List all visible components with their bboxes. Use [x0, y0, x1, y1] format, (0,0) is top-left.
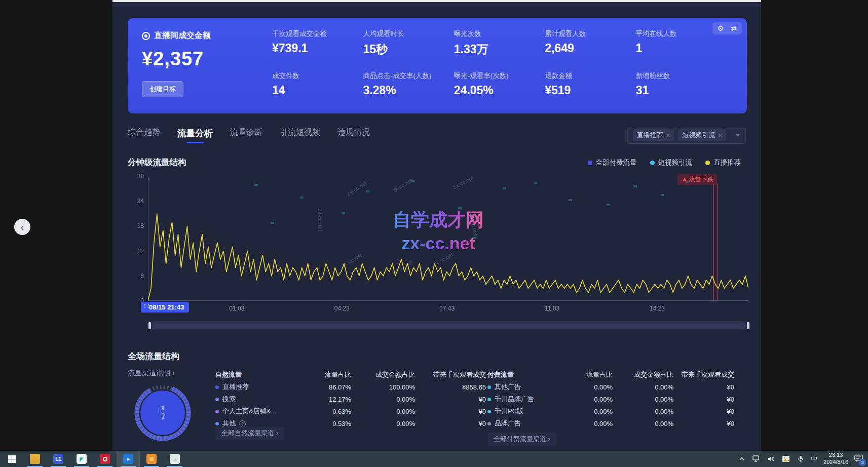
clock[interactable]: 23:13 2024/8/16	[823, 452, 848, 466]
metric-value: 15秒	[363, 42, 454, 57]
swap-icon[interactable]: ⇄	[731, 24, 737, 32]
cell: ¥858.65	[415, 383, 486, 391]
x-tick-07:43: 07:43	[439, 305, 455, 312]
close-icon[interactable]: ×	[666, 132, 670, 139]
tab-综合趋势[interactable]: 综合趋势	[128, 127, 160, 143]
metric-8: 退款金额 ¥519	[545, 71, 635, 97]
primary-metric-title: 直播间成交金额	[142, 30, 269, 41]
metric-label: 曝光-观看率(次数)	[454, 71, 545, 81]
gear-icon[interactable]: ⚙	[718, 24, 724, 32]
legend-直播推荐[interactable]: 直播推荐	[705, 158, 741, 167]
tray-chevron-up-icon[interactable]	[737, 455, 746, 463]
x-tick-11:03: 11:03	[545, 305, 559, 312]
channel-dot	[487, 398, 491, 401]
chart-legend: 全部付费流量短视频引流直播推荐	[588, 158, 741, 167]
notification-center[interactable]: 3	[854, 454, 863, 464]
orange-app-icon	[146, 454, 157, 464]
metric-label: 成交件数	[272, 71, 363, 81]
y-tick-6: 6	[140, 273, 144, 280]
metric-value: 24.05%	[454, 84, 545, 97]
x-tick-01:03: 01:03	[229, 305, 244, 312]
desktop: 直播间成交金额 ¥2,357 创建目标 千次观看成交金额 ¥739.1人均观看时…	[0, 0, 868, 467]
volume-icon[interactable]	[767, 455, 775, 463]
cell: 100.00%	[351, 383, 415, 391]
create-goal-button[interactable]: 创建目标	[142, 81, 183, 97]
filter-chip-直播推荐[interactable]: 直播推荐×	[633, 129, 674, 141]
cell: 0.00%	[564, 408, 613, 415]
datazoom-start-label[interactable]: 08/15 21:43	[141, 302, 189, 313]
channel-dot	[487, 422, 491, 425]
close-icon[interactable]: ×	[718, 132, 722, 139]
taskbar-app-l1[interactable]: L1	[47, 451, 70, 467]
ime-indicator[interactable]: 中	[811, 454, 817, 463]
cell: 0.00%	[351, 396, 415, 403]
taskbar-app-teal[interactable]: ◤	[70, 451, 93, 467]
back-button[interactable]: ‹	[14, 219, 30, 235]
tab-引流短视频[interactable]: 引流短视频	[280, 127, 320, 143]
microphone-icon[interactable]	[796, 455, 805, 463]
windows-logo-icon	[8, 455, 16, 463]
channel-dot	[215, 410, 219, 413]
cell: ¥0	[673, 408, 734, 415]
channel-dot	[487, 410, 491, 413]
line-chart-canvas[interactable]	[148, 176, 748, 301]
info-icon[interactable]: ?	[239, 420, 246, 427]
metric-2: 曝光次数 1.33万	[454, 29, 545, 57]
metric-9: 新增粉丝数 31	[636, 71, 727, 97]
col-header: 自然流量	[215, 370, 300, 379]
traffic-structure-title: 全场流量结构	[128, 351, 179, 362]
filter-chip-list: 直播推荐×短视频引流×	[633, 129, 726, 141]
cell: 0.00%	[613, 420, 673, 427]
window-top-strip	[112, 0, 761, 7]
channel-直播推荐: 直播推荐	[215, 382, 300, 392]
y-tick-12: 12	[137, 248, 144, 255]
channel-dot	[215, 398, 219, 401]
channel-filter-select[interactable]: 直播推荐×短视频引流×	[627, 127, 746, 144]
datazoom-handle-left[interactable]	[148, 322, 151, 329]
screenshot-tool-icon[interactable]	[781, 455, 790, 463]
metric-label: 人均观看时长	[363, 29, 454, 38]
cell: ¥0	[673, 396, 734, 403]
datazoom-slider[interactable]	[147, 321, 751, 330]
channel-品牌广告: 品牌广告	[487, 419, 564, 428]
taskbar-file-explorer[interactable]	[23, 451, 47, 467]
cell: 0.00%	[613, 383, 673, 391]
legend-全部付费流量[interactable]: 全部付费流量	[588, 158, 637, 167]
metric-value: 3.28%	[363, 84, 454, 97]
legend-marker	[650, 161, 655, 165]
metric-7: 曝光-观看率(次数) 24.05%	[454, 71, 545, 97]
tab-list: 综合趋势流量分析流量诊断引流短视频违规情况	[128, 127, 370, 143]
traffic-donut-chart: 86.07%	[133, 383, 193, 443]
chevron-down-icon[interactable]	[735, 134, 740, 137]
minute-traffic-chart[interactable]: 3024181260 ▲ 流量下跌 自学成才网 zx-cc.net zx-cc.…	[128, 176, 749, 304]
legend-短视频引流[interactable]: 短视频引流	[650, 158, 693, 167]
all-natural-channels-link[interactable]: 全部自然流量渠道 ›	[215, 426, 284, 440]
cell: 0.00%	[564, 396, 613, 403]
network-icon[interactable]	[752, 455, 761, 463]
channel-note-link[interactable]: 流量渠道说明 ›	[128, 369, 175, 378]
taskbar-app-notepad[interactable]: ≡	[163, 451, 186, 467]
taskbar-app-red[interactable]	[93, 451, 117, 467]
l1-app-icon: L1	[53, 454, 63, 464]
metric-value: ¥519	[545, 84, 635, 97]
metric-label: 千次观看成交金额	[272, 29, 363, 38]
all-paid-channels-link[interactable]: 全部付费流量渠道 ›	[487, 433, 556, 446]
x-tick-14:23: 14:23	[650, 305, 665, 312]
channel-dot	[215, 422, 219, 425]
tab-违规情况[interactable]: 违规情况	[337, 127, 370, 143]
tab-流量分析[interactable]: 流量分析	[177, 127, 213, 143]
datazoom-handle-right[interactable]	[747, 322, 749, 329]
taskbar-app-browser[interactable]: ➤	[117, 451, 140, 467]
start-button[interactable]	[0, 451, 23, 467]
metric-value: 31	[636, 84, 727, 97]
taskbar-app-orange[interactable]	[140, 451, 163, 467]
traffic-drop-annotation: ▲ 流量下跌	[677, 174, 718, 185]
col-header: 成交金额占比	[351, 370, 415, 379]
cursor-browser-icon: ➤	[123, 454, 133, 464]
x-axis: 08/15 21:43 01:0304:2307:4311:0314:23	[148, 303, 748, 315]
filter-chip-短视频引流[interactable]: 短视频引流×	[678, 129, 726, 141]
cell: ¥0	[673, 383, 734, 391]
x-tick-04:23: 04:23	[334, 305, 350, 312]
metric-value: ¥739.1	[272, 42, 363, 55]
tab-流量诊断[interactable]: 流量诊断	[230, 127, 262, 143]
